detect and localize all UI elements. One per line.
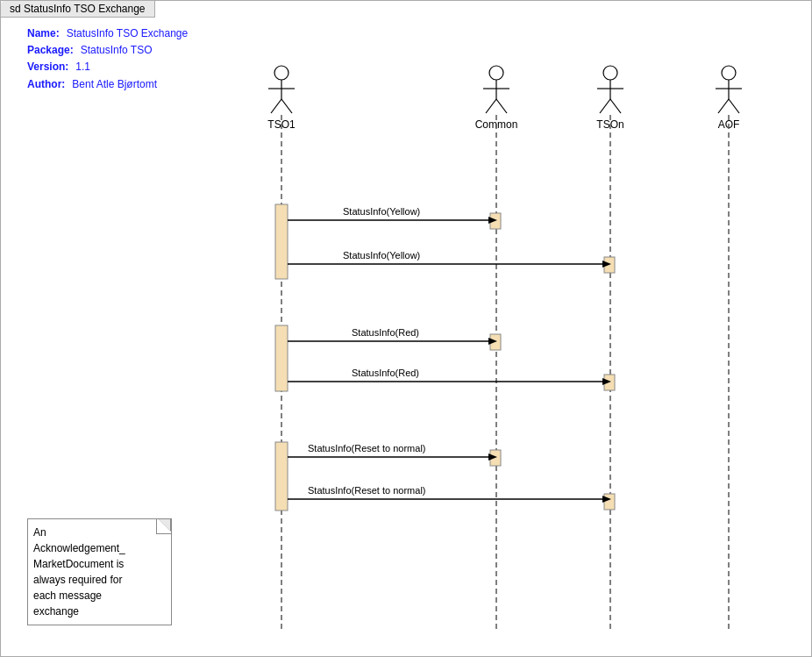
- svg-rect-36: [604, 494, 615, 510]
- name-value: StatusInfo TSO Exchange: [67, 25, 189, 42]
- svg-text:StatusInfo(Red): StatusInfo(Red): [352, 327, 419, 338]
- author-value: Bent Atle Bjørtomt: [72, 76, 157, 93]
- svg-rect-28: [275, 204, 288, 279]
- svg-line-22: [729, 99, 739, 113]
- svg-rect-31: [490, 213, 501, 229]
- svg-text:TSOn: TSOn: [596, 118, 623, 131]
- svg-rect-29: [275, 325, 288, 391]
- meta-info: Name: StatusInfo TSO Exchange Package: S…: [27, 25, 188, 93]
- note-text: AnAcknowledgement_MarketDocument isalway…: [33, 526, 125, 618]
- svg-line-15: [600, 99, 610, 113]
- svg-text:StatusInfo(Red): StatusInfo(Red): [352, 368, 419, 378]
- note-box: AnAcknowledgement_MarketDocument isalway…: [27, 518, 172, 625]
- title-bar: sd StatusInfo TSO Exchange: [1, 1, 155, 18]
- title-text: sd StatusInfo TSO Exchange: [10, 3, 146, 15]
- name-label: Name:: [27, 25, 60, 42]
- svg-line-21: [718, 99, 729, 113]
- package-label: Package:: [27, 42, 74, 59]
- svg-text:TSO1: TSO1: [267, 118, 296, 131]
- svg-line-16: [610, 99, 621, 113]
- svg-rect-34: [604, 375, 615, 390]
- version-value: 1.1: [75, 59, 90, 75]
- svg-line-10: [496, 99, 507, 113]
- svg-text:StatusInfo(Reset to normal): StatusInfo(Reset to normal): [308, 485, 426, 496]
- svg-rect-33: [490, 334, 501, 350]
- svg-rect-30: [275, 442, 288, 511]
- svg-text:StatusInfo(Yellow): StatusInfo(Yellow): [343, 250, 420, 261]
- svg-marker-41: [602, 261, 611, 268]
- svg-line-4: [281, 99, 292, 113]
- svg-line-9: [486, 99, 496, 113]
- svg-text:Common: Common: [475, 118, 518, 131]
- svg-text:StatusInfo(Yellow): StatusInfo(Yellow): [343, 206, 420, 217]
- svg-point-12: [603, 66, 617, 80]
- svg-rect-35: [490, 450, 501, 466]
- svg-point-0: [274, 66, 288, 80]
- svg-rect-32: [604, 257, 615, 273]
- svg-line-3: [271, 99, 281, 113]
- svg-point-6: [489, 66, 503, 80]
- svg-marker-44: [488, 338, 497, 345]
- author-label: Author:: [27, 76, 65, 93]
- svg-marker-47: [602, 378, 611, 385]
- svg-marker-53: [602, 496, 611, 503]
- svg-marker-38: [488, 217, 497, 224]
- version-label: Version:: [27, 59, 68, 75]
- package-value: StatusInfo TSO: [81, 42, 153, 59]
- diagram-container: sd StatusInfo TSO Exchange Name: StatusI…: [0, 0, 812, 657]
- svg-text:AOF: AOF: [718, 118, 740, 131]
- svg-marker-50: [488, 453, 497, 461]
- svg-text:StatusInfo(Reset to normal): StatusInfo(Reset to normal): [308, 443, 426, 453]
- svg-point-18: [722, 66, 736, 80]
